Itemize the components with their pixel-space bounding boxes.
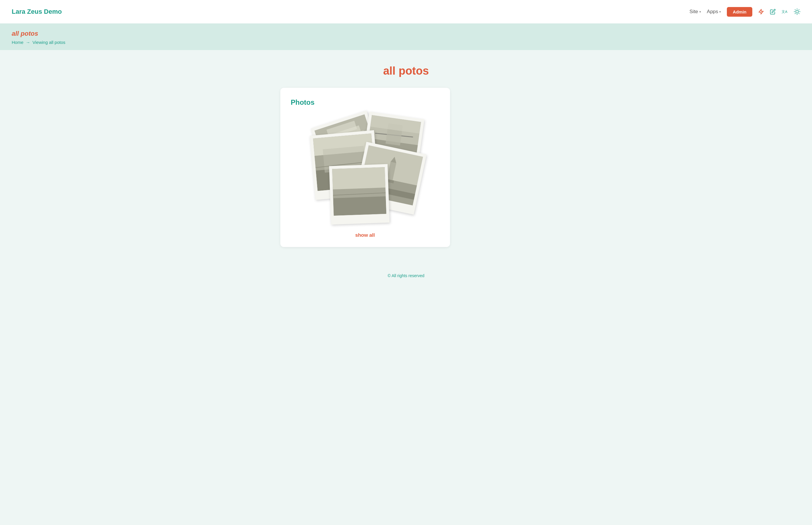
breadcrumb-arrow: → xyxy=(26,40,30,45)
svg-text:文A: 文A xyxy=(782,10,787,13)
breadcrumb: Home → Viewing all potos xyxy=(12,40,800,45)
card-title: Photos xyxy=(291,98,439,106)
svg-point-2 xyxy=(796,10,798,13)
nav-apps-label: Apps xyxy=(707,9,718,15)
chevron-down-icon: ▾ xyxy=(719,10,721,14)
svg-line-10 xyxy=(799,10,799,10)
page-title: all potos xyxy=(280,65,532,77)
admin-button[interactable]: Admin xyxy=(727,7,752,17)
footer-text: © All rights reserved xyxy=(388,273,424,278)
photos-card: Photos xyxy=(280,88,450,247)
chevron-down-icon: ▾ xyxy=(700,10,701,14)
svg-line-6 xyxy=(799,13,799,14)
photo-stack xyxy=(301,112,430,224)
translate-icon[interactable]: 文A xyxy=(782,9,788,15)
site-logo[interactable]: Lara Zeus Demo xyxy=(12,8,62,15)
theme-icon[interactable] xyxy=(794,9,800,15)
navbar: Lara Zeus Demo Site ▾ Apps ▾ Admin 文A xyxy=(0,0,812,24)
breadcrumb-title: all potos xyxy=(12,30,800,38)
nav-apps-menu[interactable]: Apps ▾ xyxy=(707,9,721,15)
svg-line-9 xyxy=(795,13,795,14)
edit-icon[interactable] xyxy=(770,9,776,15)
svg-line-5 xyxy=(795,10,795,10)
nav-site-label: Site xyxy=(689,9,698,15)
svg-marker-0 xyxy=(759,9,764,14)
svg-rect-36 xyxy=(333,188,386,198)
show-all-link[interactable]: show all xyxy=(291,232,439,238)
svg-rect-37 xyxy=(332,167,385,189)
footer: © All rights reserved xyxy=(0,265,812,287)
polaroid-5 xyxy=(329,164,390,225)
bolt-icon[interactable] xyxy=(758,9,764,15)
breadcrumb-banner: all potos Home → Viewing all potos xyxy=(0,24,812,50)
nav-site-menu[interactable]: Site ▾ xyxy=(689,9,701,15)
nav-right: Site ▾ Apps ▾ Admin 文A xyxy=(689,7,800,17)
main-content: all potos Photos xyxy=(274,50,538,265)
breadcrumb-current: Viewing all potos xyxy=(32,40,65,45)
breadcrumb-home[interactable]: Home xyxy=(12,40,24,45)
